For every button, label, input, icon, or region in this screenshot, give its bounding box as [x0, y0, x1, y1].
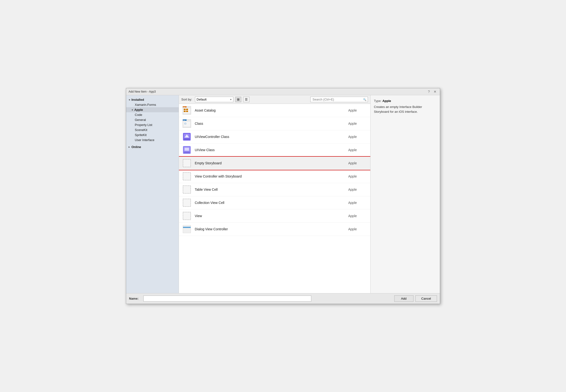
- svg-rect-4: [184, 109, 186, 110]
- sort-label: Sort by:: [181, 98, 192, 101]
- svg-rect-5: [184, 111, 186, 112]
- dialog-view-controller-type: Apple: [348, 227, 367, 231]
- sidebar-item-apple[interactable]: ◄ Apple: [126, 107, 179, 112]
- item-row-dialog-view-controller[interactable]: Dialog View Controller Apple: [179, 223, 370, 236]
- svg-rect-7: [186, 111, 188, 112]
- uiviewcontroller-name: UIViewController Class: [195, 135, 345, 139]
- code-label: Code: [135, 113, 142, 117]
- svg-rect-25: [183, 186, 191, 193]
- uiview-type: Apple: [348, 148, 367, 152]
- view-controller-storyboard-name: View Controller with Storyboard: [195, 174, 345, 178]
- item-row-asset-catalog[interactable]: C# Asset Catalog Apple: [179, 104, 370, 117]
- dialog-view-controller-name: Dialog View Controller: [195, 227, 345, 231]
- sidebar-item-property-list[interactable]: Property List: [126, 122, 179, 127]
- item-row-table-view-cell[interactable]: Table View Cell Apple: [179, 183, 370, 196]
- property-list-label: Property List: [135, 123, 152, 127]
- name-input[interactable]: [143, 295, 311, 302]
- uiviewcontroller-type: Apple: [348, 135, 367, 139]
- asset-catalog-icon: C#: [182, 105, 192, 115]
- item-row-view-controller-storyboard[interactable]: View Controller with Storyboard Apple: [179, 170, 370, 183]
- name-label: Name:: [129, 297, 141, 300]
- add-new-item-dialog: Add New Item - App3 ? ✕ ◄ Installed Xama…: [126, 88, 440, 304]
- svg-rect-19: [184, 152, 190, 153]
- class-icon: C# {}: [182, 119, 192, 129]
- search-wrap: [251, 97, 368, 102]
- empty-storyboard-icon: [182, 158, 192, 168]
- uiview-icon: [182, 145, 192, 155]
- item-row-view[interactable]: View Apple: [179, 210, 370, 223]
- item-row-collection-view-cell[interactable]: Collection View Cell Apple: [179, 196, 370, 210]
- spritekit-label: SpriteKit: [135, 133, 147, 137]
- item-row-class[interactable]: C# {} Class Apple: [179, 117, 370, 130]
- svg-rect-27: [183, 199, 191, 207]
- sidebar-item-general[interactable]: General: [126, 117, 179, 122]
- svg-rect-33: [183, 228, 191, 233]
- item-row-empty-storyboard[interactable]: Empty Storyboard Apple: [179, 157, 370, 170]
- title-bar: Add New Item - App3 ? ✕: [126, 88, 440, 95]
- table-view-cell-icon: [182, 184, 192, 195]
- svg-rect-15: [184, 139, 190, 140]
- uiview-name: UIView Class: [195, 148, 345, 152]
- item-row-uiview[interactable]: UIView Class Apple: [179, 143, 370, 157]
- search-input[interactable]: [310, 97, 368, 102]
- svg-text:C#: C#: [183, 107, 185, 108]
- class-name: Class: [195, 122, 345, 126]
- svg-rect-6: [186, 109, 188, 110]
- view-icon: [182, 211, 192, 221]
- items-list: C# Asset Catalog Apple: [179, 104, 370, 293]
- title-bar-controls: ? ✕: [427, 90, 437, 94]
- xamarin-forms-label: Xamarin.Forms: [135, 103, 156, 107]
- toolbar: Sort by: Default Name Type ⊞ ☰: [179, 95, 370, 104]
- svg-rect-20: [185, 148, 189, 151]
- asset-catalog-type: Apple: [348, 108, 367, 112]
- sidebar-item-xamarin-forms[interactable]: Xamarin.Forms: [126, 102, 179, 107]
- type-label: Type:: [374, 99, 382, 103]
- info-type-line: Type: Apple: [374, 99, 437, 103]
- action-buttons: Add Cancel: [394, 295, 437, 302]
- user-interface-label: User Interface: [135, 138, 154, 142]
- item-row-uiviewcontroller[interactable]: UIViewController Class Apple: [179, 130, 370, 143]
- svg-rect-32: [183, 227, 191, 228]
- info-panel: Type: Apple Creates an empty Interface B…: [370, 95, 440, 293]
- view-name: View: [195, 214, 345, 218]
- dialog-view-controller-icon: [182, 224, 192, 234]
- apple-arrow: ◄: [131, 108, 133, 111]
- general-label: General: [135, 118, 146, 122]
- class-type: Apple: [348, 122, 367, 126]
- sidebar-item-code[interactable]: Code: [126, 112, 179, 117]
- dialog-title: Add New Item - App3: [129, 90, 156, 93]
- sidebar-item-user-interface[interactable]: User Interface: [126, 138, 179, 142]
- cancel-button[interactable]: Cancel: [415, 295, 437, 302]
- view-controller-storyboard-type: Apple: [348, 174, 367, 178]
- svg-rect-23: [183, 172, 191, 180]
- installed-label: Installed: [131, 98, 144, 101]
- sort-select[interactable]: Default Name Type: [195, 97, 233, 102]
- view-list-button[interactable]: ☰: [243, 97, 249, 102]
- sidebar-item-installed[interactable]: ◄ Installed: [126, 97, 179, 102]
- svg-rect-29: [183, 212, 191, 220]
- table-view-cell-type: Apple: [348, 188, 367, 191]
- online-arrow: ►: [128, 146, 130, 148]
- type-value: Apple: [382, 99, 391, 103]
- collection-view-cell-icon: [182, 198, 192, 208]
- view-grid-button[interactable]: ⊞: [235, 97, 241, 102]
- bottom-bar: Name: Add Cancel: [126, 293, 440, 304]
- sidebar-item-online[interactable]: ► Online: [126, 144, 179, 150]
- uiviewcontroller-icon: [182, 132, 192, 142]
- sidebar: ◄ Installed Xamarin.Forms ◄ Apple Code G…: [126, 95, 179, 293]
- close-button[interactable]: ✕: [433, 90, 437, 94]
- table-view-cell-name: Table View Cell: [195, 188, 345, 191]
- main-content: ◄ Installed Xamarin.Forms ◄ Apple Code G…: [126, 95, 440, 293]
- info-description: Creates an empty Interface Builder Story…: [374, 105, 437, 114]
- sort-select-wrap: Default Name Type: [195, 97, 233, 102]
- add-button[interactable]: Add: [394, 295, 414, 302]
- sidebar-item-spritekit[interactable]: SpriteKit: [126, 132, 179, 138]
- svg-text:C#: C#: [183, 120, 185, 121]
- svg-rect-21: [183, 159, 191, 167]
- installed-arrow: ◄: [128, 98, 130, 101]
- help-button[interactable]: ?: [427, 90, 431, 94]
- sidebar-item-scenekit[interactable]: SceneKit: [126, 127, 179, 132]
- apple-label: Apple: [134, 108, 143, 112]
- grid-icon: ⊞: [237, 98, 240, 101]
- empty-storyboard-type: Apple: [348, 161, 367, 165]
